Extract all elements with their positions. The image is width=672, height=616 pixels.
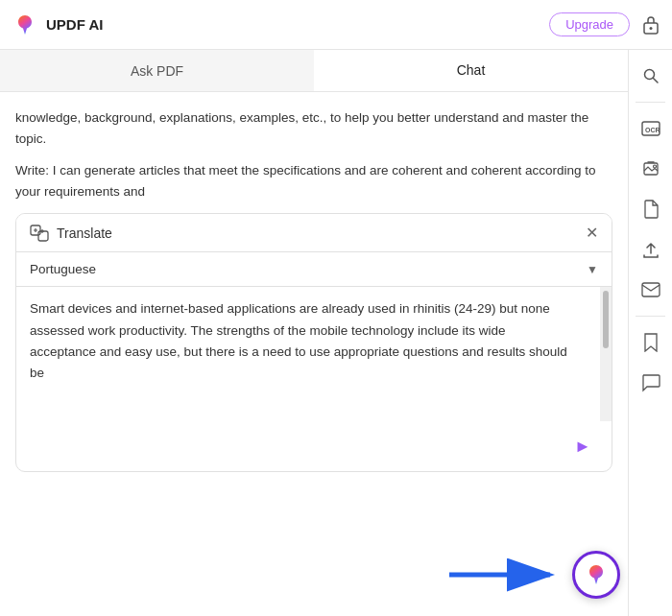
translate-header: Translate ✕ xyxy=(16,214,612,252)
app-title: UPDF AI xyxy=(46,16,103,33)
translate-result-text: Smart devices and internet-based applica… xyxy=(16,287,600,421)
sidebar-document[interactable] xyxy=(633,191,669,227)
upgrade-button[interactable]: Upgrade xyxy=(549,12,630,36)
language-selector[interactable]: Portuguese ▼ xyxy=(16,252,612,287)
logo-icon xyxy=(12,12,38,38)
right-sidebar: OCR xyxy=(628,50,672,616)
message-2: Write: I can generate articles that meet… xyxy=(15,160,612,201)
tab-ask-pdf[interactable]: Ask PDF xyxy=(0,50,314,91)
translate-footer: ► xyxy=(16,421,612,471)
send-icon: ► xyxy=(574,437,591,457)
language-text: Portuguese xyxy=(30,262,96,276)
sidebar-divider-1 xyxy=(636,102,666,103)
close-button[interactable]: ✕ xyxy=(586,224,598,242)
sidebar-ocr[interactable]: OCR xyxy=(633,110,669,147)
sidebar-search[interactable] xyxy=(633,58,669,94)
chat-icon xyxy=(641,373,660,392)
translate-card: Translate ✕ Portuguese ▼ Smart devices a… xyxy=(15,213,612,472)
logo-area: UPDF AI xyxy=(12,12,549,38)
header-icons xyxy=(641,14,660,36)
translate-title-area: Translate xyxy=(30,225,112,242)
blue-arrow-annotation xyxy=(449,556,564,594)
search-icon xyxy=(642,67,660,84)
tab-chat[interactable]: Chat xyxy=(314,50,628,91)
content-area: Ask PDF Chat knowledge, background, expl… xyxy=(0,50,628,616)
chat-content[interactable]: knowledge, background, explanations, exa… xyxy=(0,92,628,616)
app-header: UPDF AI Upgrade xyxy=(0,0,672,50)
upload-icon xyxy=(642,240,660,259)
sidebar-email[interactable] xyxy=(633,272,669,308)
chevron-down-icon: ▼ xyxy=(587,263,598,276)
svg-rect-11 xyxy=(642,283,660,296)
svg-text:OCR: OCR xyxy=(645,127,660,133)
message-1: knowledge, background, explanations, exa… xyxy=(15,107,612,149)
translate-title: Translate xyxy=(57,225,112,241)
sidebar-divider-2 xyxy=(636,316,666,317)
bookmark-icon xyxy=(643,333,659,352)
sidebar-upload[interactable] xyxy=(633,231,669,268)
translate-icon xyxy=(30,225,49,242)
scrollbar-area[interactable] xyxy=(600,287,612,421)
tabs: Ask PDF Chat xyxy=(0,50,628,92)
lock-icon[interactable] xyxy=(641,14,660,36)
sidebar-save[interactable] xyxy=(633,324,669,361)
svg-point-10 xyxy=(653,165,656,168)
sidebar-image[interactable] xyxy=(633,151,669,187)
updf-ai-button[interactable] xyxy=(572,551,620,599)
ocr-icon: OCR xyxy=(641,120,660,137)
scrollbar-thumb xyxy=(603,291,609,348)
translate-body: Smart devices and internet-based applica… xyxy=(16,287,612,421)
document-icon xyxy=(643,200,659,219)
svg-point-2 xyxy=(650,27,653,30)
email-icon xyxy=(641,282,660,297)
send-button[interactable]: ► xyxy=(567,431,598,462)
image-icon xyxy=(642,160,660,178)
main-container: Ask PDF Chat knowledge, background, expl… xyxy=(0,50,672,616)
svg-line-6 xyxy=(653,79,658,83)
updf-logo-icon xyxy=(583,561,610,588)
sidebar-chat[interactable] xyxy=(633,365,669,401)
